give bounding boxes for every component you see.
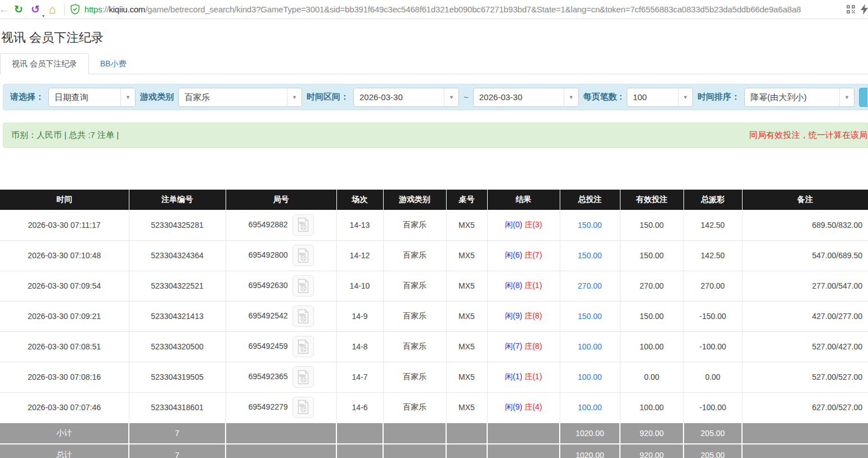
result-banker: 庄(1) [524, 281, 542, 290]
cell-table-no: MX5 [446, 362, 487, 392]
cell-result: 闲(0) 庄(3) [487, 210, 560, 240]
summary-warning: 同局有效投注，统一计算在该局 [749, 130, 867, 141]
cell-remark: 427.00/277.00 [742, 301, 868, 331]
undo-icon[interactable]: ↺▾ [26, 1, 45, 19]
cell-session: 14-9 [336, 301, 383, 331]
query-type-select[interactable]: 日期查询 ▼ [48, 88, 136, 107]
refresh-icon[interactable]: ↻ [11, 1, 26, 19]
date-from-value: 2026-03-30 [354, 88, 444, 106]
table-row: 2026-03-30 07:10:48523304324364695492800… [0, 240, 868, 271]
table-row: 2026-03-30 07:08:51523304320500695492459… [0, 331, 868, 362]
cell-bet-id: 523304321413 [129, 301, 226, 331]
total-empty-cell [742, 444, 868, 458]
video-replay-button[interactable] [293, 245, 314, 266]
sort-select[interactable]: 降幂(由大到小) ▼ [744, 88, 854, 107]
video-replay-button[interactable] [293, 366, 314, 388]
result-banker: 庄(4) [524, 402, 542, 411]
date-to-input[interactable]: 2026-03-30 ▼ [473, 88, 579, 107]
total-bet-link[interactable]: 100.00 [578, 403, 602, 412]
cell-result: 闲(9) 庄(4) [487, 392, 560, 423]
cell-time: 2026-03-30 07:08:16 [0, 362, 129, 392]
total-empty-cell [336, 444, 383, 458]
cell-session: 14-10 [336, 271, 383, 301]
address-bar[interactable]: https://kiqiiu.com/game/betrecord_search… [84, 5, 839, 14]
chevron-down-icon[interactable]: ▼ [564, 88, 578, 106]
chevron-down-icon[interactable]: ▼ [287, 88, 302, 106]
cell-session: 14-13 [336, 210, 383, 240]
url-separator: :// [102, 5, 109, 14]
chevron-down-icon[interactable]: ▼ [444, 88, 458, 106]
cell-payout: 142.50 [683, 210, 742, 240]
cell-total-bet: 100.00 [560, 331, 620, 362]
subtotal-label: 小计 [0, 423, 129, 444]
cell-round: 695492800 [226, 240, 336, 271]
total-bet-link[interactable]: 100.00 [578, 342, 602, 351]
video-replay-button[interactable] [293, 214, 314, 236]
page-size-select[interactable]: 100 ▼ [627, 88, 693, 107]
total-bet-link[interactable]: 100.00 [578, 372, 602, 381]
chevron-down-icon[interactable]: ▼ [839, 88, 854, 106]
column-header: 桌号 [446, 190, 487, 210]
video-replay-button[interactable] [293, 336, 314, 357]
total-bet-link[interactable]: 270.00 [578, 281, 602, 290]
table-foot: 小计71020.00920.00205.00总计71020.00920.0020… [0, 423, 868, 458]
cell-round: 695492279 [226, 392, 336, 423]
table-head: 时间注单编号局号场次游戏类别桌号结果总投注有效投注总派彩备注 [0, 190, 868, 210]
video-replay-button[interactable] [293, 397, 314, 418]
cell-valid-bet: 100.00 [620, 392, 683, 423]
cell-table-no: MX5 [446, 240, 487, 271]
cell-table-no: MX5 [446, 392, 487, 423]
round-number: 695492542 [248, 311, 287, 320]
video-replay-button[interactable] [293, 306, 314, 327]
page-size-value: 100 [627, 88, 678, 106]
toolbar-divider [64, 3, 65, 16]
video-replay-button[interactable] [293, 275, 314, 297]
bet-records-table: 时间注单编号局号场次游戏类别桌号结果总投注有效投注总派彩备注 2026-03-3… [0, 190, 868, 458]
cell-game-type: 百家乐 [383, 301, 446, 331]
table-body: 2026-03-30 07:11:17523304325281695492882… [0, 210, 868, 423]
chevron-down-icon[interactable]: ▼ [120, 88, 135, 106]
toolbar-right-icons [841, 4, 868, 15]
table-row: 2026-03-30 07:07:46523304318601695492279… [0, 392, 868, 423]
date-from-input[interactable]: 2026-03-30 ▼ [353, 88, 459, 107]
lightning-icon[interactable] [861, 4, 868, 15]
home-icon[interactable]: ⌂ [45, 1, 60, 19]
total-bet-link[interactable]: 150.00 [578, 221, 602, 230]
cell-time: 2026-03-30 07:07:46 [0, 392, 129, 423]
cell-table-no: MX5 [446, 301, 487, 331]
shield-check-icon[interactable] [70, 4, 80, 15]
cell-game-type: 百家乐 [383, 240, 446, 271]
total-row: 总计71020.00920.00205.00 [0, 444, 868, 458]
round-number: 695492279 [248, 402, 287, 411]
tab-bb-tip[interactable]: BB小费 [89, 54, 138, 74]
cell-game-type: 百家乐 [383, 362, 446, 392]
cell-round: 695492630 [226, 271, 336, 301]
table-row: 2026-03-30 07:11:17523304325281695492882… [0, 210, 868, 240]
total-bet-link[interactable]: 150.00 [578, 251, 602, 260]
column-header: 场次 [336, 190, 383, 210]
back-icon[interactable]: ← [0, 1, 11, 19]
film-document-icon [297, 370, 309, 385]
tab-bet-records[interactable]: 视讯 会员下注纪录 [0, 53, 89, 74]
qr-code-icon[interactable] [847, 5, 855, 14]
cell-remark: 547.00/689.50 [742, 240, 868, 271]
cell-table-no: MX5 [446, 210, 487, 240]
total-count: 7 [129, 444, 226, 458]
cell-result: 闲(9) 庄(8) [487, 301, 560, 331]
game-type-select[interactable]: 百家乐 ▼ [178, 88, 302, 107]
total-label: 总计 [0, 444, 129, 458]
range-separator: ~ [464, 92, 469, 102]
undo-caret-icon[interactable]: ▾ [42, 7, 44, 25]
subtotal-empty-cell [742, 423, 868, 444]
round-number: 695492459 [248, 342, 287, 351]
chevron-down-icon[interactable]: ▼ [678, 88, 692, 106]
film-document-icon [297, 217, 309, 232]
table-row: 2026-03-30 07:09:54523304322521695492630… [0, 271, 868, 301]
cell-total-bet: 270.00 [560, 271, 620, 301]
total-bet-link[interactable]: 150.00 [578, 312, 602, 321]
search-button[interactable]: 查询 [859, 88, 868, 107]
tab-bar: 视讯 会员下注纪录 BB小费 [0, 53, 868, 74]
cell-round: 695492365 [226, 362, 336, 392]
select-label: 请选择： [10, 92, 44, 102]
round-number: 695492365 [248, 372, 287, 381]
